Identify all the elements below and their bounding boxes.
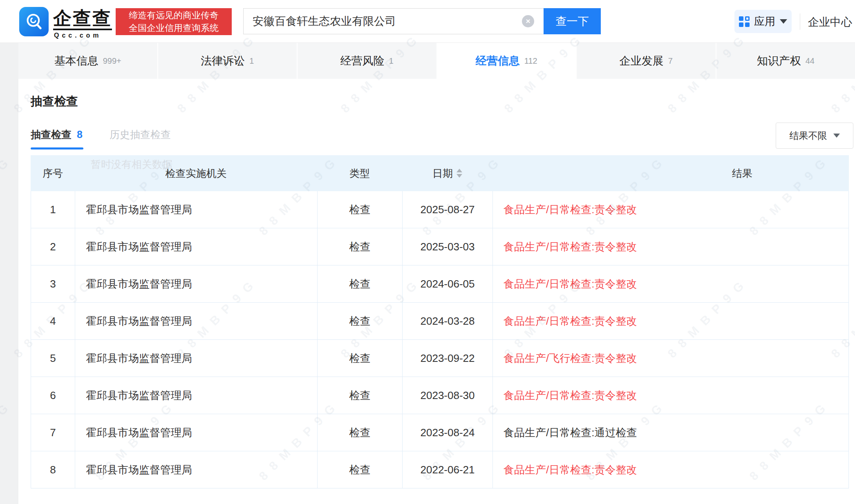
subtab-history-spot-check[interactable]: 历史抽查检查 [110,128,171,141]
qcc-company-page: 企查查 Qcc.com 缔造有远见的商业传奇 全国企业信用查询系统 × 查一下 … [0,0,855,504]
slogan-badge: 缔造有远见的商业传奇 全国企业信用查询系统 [116,8,232,35]
cell-index: 8 [31,451,75,488]
no-data-ghost-text: 暂时没有相关数据 [91,158,172,171]
tab-count: 1 [389,56,394,66]
cell-date: 2024-06-05 [403,265,493,302]
tab-legal-litigation[interactable]: 法律诉讼 1 [158,43,298,79]
apps-label: 应用 [754,14,775,29]
tab-count: 44 [806,56,815,66]
slogan-line-2: 全国企业信用查询系统 [129,22,219,34]
cell-index: 5 [31,340,75,377]
col-header-type: 类型 [317,167,402,180]
cell-date: 2022-06-21 [403,451,493,488]
cell-index: 7 [31,414,75,451]
qcc-logo-icon[interactable] [19,7,49,36]
cell-result: 食品生产/日常检查:责令整改 [493,228,848,265]
search-bar: × 查一下 [243,8,601,34]
cell-agency: 霍邱县市场监督管理局 [75,228,318,265]
cell-type: 检查 [318,228,403,265]
cell-date: 2023-09-22 [403,340,493,377]
inspection-table: 暂时没有相关数据 序号 检查实施机关 类型 日期 结果 1 霍邱县市场监督管理局… [31,155,849,488]
cell-index: 1 [31,191,75,228]
tab-operating-info[interactable]: 经营信息 112 [437,43,577,79]
cell-agency: 霍邱县市场监督管理局 [75,303,318,339]
col-header-result: 结果 [492,167,849,180]
tab-count: 999+ [103,56,121,66]
col-header-date-sortable[interactable]: 日期 [402,167,492,180]
top-header: 企查查 Qcc.com 缔造有远见的商业传奇 全国企业信用查询系统 × 查一下 … [0,0,855,43]
col-header-index: 序号 [31,167,75,180]
cell-date: 2025-08-27 [403,191,493,228]
cell-type: 检查 [318,340,403,377]
cell-agency: 霍邱县市场监督管理局 [75,414,318,451]
slogan-line-1: 缔造有远见的商业传奇 [129,9,219,22]
table-row: 8 霍邱县市场监督管理局 检查 2022-06-21 食品生产/日常检查:责令整… [31,451,849,488]
tab-intellectual-property[interactable]: 知识产权 44 [716,43,855,79]
clear-search-icon[interactable]: × [522,15,534,27]
table-row: 4 霍邱县市场监督管理局 检查 2024-03-28 食品生产/日常检查:责令整… [31,303,849,340]
cell-agency: 霍邱县市场监督管理局 [75,377,318,414]
cell-type: 检查 [318,265,403,302]
cell-agency: 霍邱县市场监督管理局 [75,265,318,302]
table-header-row: 暂时没有相关数据 序号 检查实施机关 类型 日期 结果 [31,155,849,191]
cell-type: 检查 [318,377,403,414]
logo-domain: Qcc.com [54,32,102,39]
search-button[interactable]: 查一下 [544,8,601,34]
table-row: 5 霍邱县市场监督管理局 检查 2023-09-22 食品生产/飞行检查:责令整… [31,340,849,377]
section-title: 抽查检查 [31,94,78,110]
cell-index: 3 [31,265,75,302]
cell-result: 食品生产/日常检查:责令整改 [493,303,848,339]
chevron-down-icon [833,134,840,138]
table-body: 1 霍邱县市场监督管理局 检查 2025-08-27 食品生产/日常检查:责令整… [31,191,849,488]
cell-index: 6 [31,377,75,414]
left-gutter [0,43,18,504]
result-filter-dropdown[interactable]: 结果不限 [776,123,853,149]
tab-basic-info[interactable]: 基本信息 999+ [18,43,158,79]
main-tabbar: 基本信息 999+ 法律诉讼 1 经营风险 1 经营信息 112 企业发展 7 … [18,43,855,79]
cell-result: 食品生产/日常检查:责令整改 [493,451,848,488]
table-row: 3 霍邱县市场监督管理局 检查 2024-06-05 食品生产/日常检查:责令整… [31,265,849,303]
cell-result: 食品生产/日常检查:责令整改 [493,265,848,302]
cell-agency: 霍邱县市场监督管理局 [75,340,318,377]
inspection-subtabs: 抽查检查 8 历史抽查检查 [31,128,171,141]
logo-text[interactable]: 企查查 [53,8,112,30]
cell-index: 4 [31,303,75,339]
table-row: 6 霍邱县市场监督管理局 检查 2023-08-30 食品生产/日常检查:责令整… [31,377,849,414]
main-content: 抽查检查 抽查检查 8 历史抽查检查 结果不限 暂时没有相关数据 序号 检查实施… [18,79,855,504]
cell-type: 检查 [318,451,403,488]
cell-date: 2024-03-28 [403,303,493,339]
cell-date: 2025-03-03 [403,228,493,265]
cell-result: 食品生产/日常检查:责令整改 [493,377,848,414]
cell-agency: 霍邱县市场监督管理局 [75,451,318,488]
cell-index: 2 [31,228,75,265]
table-row: 7 霍邱县市场监督管理局 检查 2023-08-24 食品生产/日常检查:通过检… [31,414,849,451]
apps-menu-button[interactable]: 应用 [734,10,792,33]
tab-operating-risk[interactable]: 经营风险 1 [298,43,437,79]
cell-type: 检查 [318,303,403,339]
cell-type: 检查 [318,191,403,228]
header-divider [800,13,800,30]
table-row: 1 霍邱县市场监督管理局 检查 2025-08-27 食品生产/日常检查:责令整… [31,191,849,228]
search-input[interactable] [243,8,544,34]
cell-agency: 霍邱县市场监督管理局 [75,191,318,228]
tab-count: 1 [249,56,254,66]
apps-grid-icon [739,16,750,27]
tab-count: 112 [524,56,537,66]
enterprise-center-link[interactable]: 企业中心 [808,15,852,29]
subtab-count: 8 [77,129,83,140]
cell-result: 食品生产/飞行检查:责令整改 [493,340,848,377]
cell-type: 检查 [318,414,403,451]
chevron-down-icon [780,19,787,24]
tab-company-development[interactable]: 企业发展 7 [577,43,716,79]
magnifier-glyph [23,11,45,32]
cell-date: 2023-08-30 [403,377,493,414]
tab-count: 7 [668,56,673,66]
subtab-spot-check[interactable]: 抽查检查 8 [31,128,83,141]
table-row: 2 霍邱县市场监督管理局 检查 2025-03-03 食品生产/日常检查:责令整… [31,228,849,265]
cell-result: 食品生产/日常检查:通过检查 [493,414,848,451]
sort-icon [457,169,462,178]
cell-result: 食品生产/日常检查:责令整改 [493,191,848,228]
cell-date: 2023-08-24 [403,414,493,451]
